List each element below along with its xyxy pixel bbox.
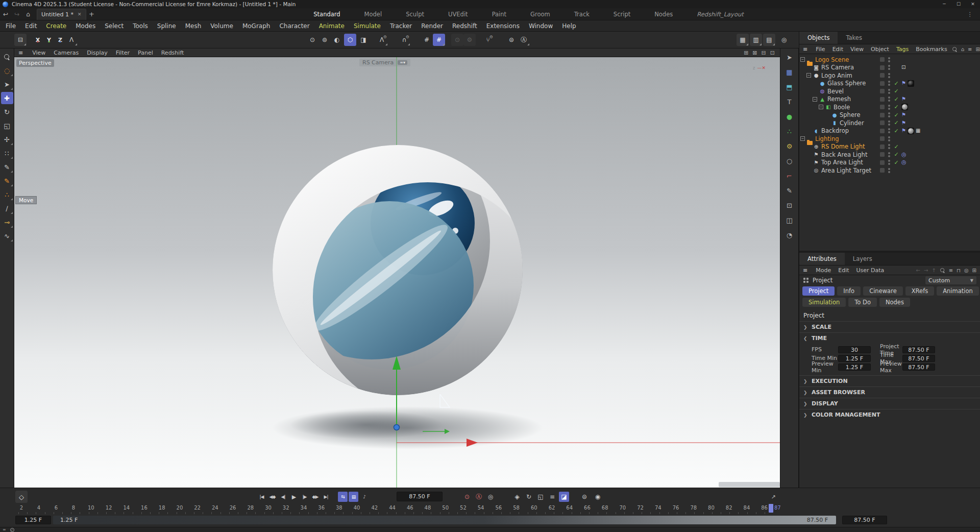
undo-icon[interactable]: ↩ bbox=[0, 9, 11, 19]
tree-row[interactable]: ◖ Backdrop ✓ ⚑ ◎ ⊡ ▦ bbox=[799, 127, 980, 135]
tree-row[interactable]: ◙ RS Camera ✓ ⚑ ◎ ⊡ ▦ bbox=[799, 64, 980, 72]
timeline-expand-icon[interactable]: ↗ bbox=[768, 492, 778, 502]
multi-move-icon[interactable]: ∷ bbox=[1, 147, 13, 159]
spline-primitive-icon[interactable]: ✎ bbox=[1, 175, 13, 187]
tag-list[interactable]: ⚑ ◎ ⊡ ▦ bbox=[901, 64, 905, 71]
enabled-check-icon[interactable]: ✓ bbox=[892, 159, 900, 166]
material-icon[interactable]: ◔ bbox=[783, 229, 796, 240]
section-time[interactable]: ❮ TIME bbox=[799, 332, 980, 344]
visibility-dots[interactable] bbox=[888, 160, 890, 165]
redshift-icon[interactable]: ◎ bbox=[778, 34, 790, 46]
layer-chip[interactable] bbox=[880, 89, 885, 93]
tree-row[interactable]: ⊕ RS Dome Light ✓ ⚑ ◎ ⊡ ▦ bbox=[799, 143, 980, 151]
text-tool-icon[interactable]: T bbox=[783, 96, 796, 107]
om-home-icon[interactable]: ⌂ bbox=[961, 46, 964, 52]
tree-row[interactable]: ● Logo Anim ✓ ⚑ ◎ ⊡ ▦ bbox=[799, 71, 980, 80]
vp-menu-filter[interactable]: Filter bbox=[112, 50, 134, 56]
render-settings-button[interactable]: ◐ bbox=[331, 34, 343, 46]
vp-menu-display[interactable]: Display bbox=[83, 50, 112, 56]
tag-list[interactable]: ⚑ ◎ ⊡ ▦ bbox=[901, 95, 906, 103]
sphere-green-icon[interactable]: ● bbox=[783, 111, 796, 122]
tag-list[interactable]: ⚑ ◎ ⊡ ▦ bbox=[901, 127, 920, 134]
range-slider[interactable]: 1.25 F 87.50 F bbox=[53, 516, 836, 524]
enabled-check-icon[interactable]: ✓ bbox=[892, 104, 900, 110]
view-label[interactable]: Perspective bbox=[16, 59, 54, 67]
input-time-max[interactable]: 87.50 F bbox=[902, 355, 935, 362]
collapsed-section[interactable]: ❯ COLOR MANAGEMENT bbox=[799, 409, 980, 420]
layer-chip[interactable] bbox=[880, 65, 885, 70]
visibility-dots[interactable] bbox=[888, 144, 890, 149]
render-clip-icon[interactable]: ▥ bbox=[750, 34, 762, 46]
attr-tab-animation[interactable]: Animation bbox=[937, 286, 979, 296]
make-editable-button[interactable]: ⬡ bbox=[344, 34, 356, 46]
next-key-button[interactable]: ◆▶ bbox=[310, 492, 320, 502]
expand-toggle-icon[interactable] bbox=[799, 57, 806, 62]
viewport-burger-icon[interactable]: ≡ bbox=[14, 50, 27, 56]
om-newwindow-icon[interactable]: ⊞ bbox=[975, 46, 979, 52]
layer-chip[interactable] bbox=[880, 73, 885, 78]
om-burger-icon[interactable]: ≡ bbox=[799, 46, 811, 53]
expand-toggle-icon[interactable] bbox=[818, 105, 824, 109]
material-tag-icon[interactable] bbox=[908, 80, 914, 87]
object-name[interactable]: Bevel bbox=[826, 88, 844, 95]
attr-menu-edit[interactable]: Edit bbox=[835, 267, 852, 274]
auto-tangent-icon[interactable]: Ⓐ bbox=[518, 34, 530, 46]
menu-tools[interactable]: Tools bbox=[128, 20, 153, 32]
keyframe-flag-tag-icon[interactable]: ⚑ bbox=[901, 80, 906, 87]
attr-burger-icon[interactable]: ≡ bbox=[799, 267, 811, 274]
snap-magnet-button[interactable]: ∩⚙ bbox=[398, 34, 410, 46]
symmetry-button[interactable]: ⑂⚙ bbox=[482, 34, 494, 46]
menu-file[interactable]: File bbox=[1, 20, 20, 32]
tree-row[interactable]: ⚑ Back Area Light ✓ ⚑ ◎ ⊡ ▦ bbox=[799, 151, 980, 159]
live-selection-icon[interactable]: ◌ bbox=[1, 64, 13, 77]
om-menu-tags[interactable]: Tags bbox=[893, 46, 912, 53]
new-tab-button[interactable]: + bbox=[86, 10, 97, 18]
maximize-button[interactable]: ☐ bbox=[951, 0, 966, 8]
tag-list[interactable]: ⚑ ◎ ⊡ ▦ bbox=[901, 151, 906, 158]
autokey-button[interactable]: Ⓐ bbox=[474, 492, 484, 502]
object-name[interactable]: Boole bbox=[832, 104, 850, 111]
tree-row[interactable]: Logo Scene ✓ ⚑ ◎ ⊡ ▦ bbox=[799, 56, 980, 64]
keyframe-flag-tag-icon[interactable]: ⚑ bbox=[901, 119, 906, 127]
coordinate-system-icon[interactable]: Λ bbox=[65, 34, 78, 46]
attr-tab-cineware[interactable]: Cineware bbox=[863, 286, 903, 296]
object-name[interactable]: Logo Anim bbox=[820, 72, 852, 79]
scale-tool-icon[interactable]: ◱ bbox=[1, 119, 13, 132]
tab-objects[interactable]: Objects bbox=[799, 32, 838, 44]
visibility-dots[interactable] bbox=[888, 120, 890, 126]
layer-chip[interactable] bbox=[880, 105, 885, 109]
input-preview-min[interactable]: 1.25 F bbox=[838, 364, 871, 371]
move-tool-icon[interactable]: ✚ bbox=[1, 92, 13, 104]
vp-menu-panel[interactable]: Panel bbox=[134, 50, 157, 56]
tree-row[interactable]: ◧ Boole ✓ ⚑ ◎ ⊡ ▦ bbox=[799, 103, 980, 111]
object-name[interactable]: Lighting bbox=[814, 135, 839, 142]
home-icon[interactable]: ⌂ bbox=[22, 9, 34, 19]
enabled-check-icon[interactable]: ✓ bbox=[892, 143, 900, 150]
object-name[interactable]: RS Dome Light bbox=[820, 143, 865, 150]
menu-redshift[interactable]: Redshift bbox=[448, 20, 482, 32]
layer-chip[interactable] bbox=[880, 120, 885, 125]
object-name[interactable]: Sphere bbox=[839, 111, 861, 118]
attr-tab-xrefs[interactable]: XRefs bbox=[905, 286, 934, 296]
transfer-tool-icon[interactable]: ✢ bbox=[1, 133, 13, 146]
visibility-dots[interactable] bbox=[888, 81, 890, 86]
section-scale[interactable]: ❯ SCALE bbox=[799, 321, 980, 332]
layout-button[interactable]: Script bbox=[614, 11, 630, 18]
spline-points-icon[interactable]: ∴ bbox=[1, 188, 13, 201]
attr-tab-nodes[interactable]: Nodes bbox=[879, 298, 910, 307]
layer-chip[interactable] bbox=[880, 152, 885, 157]
vp-menu-redshift[interactable]: Redshift bbox=[157, 50, 188, 56]
knife-tool-icon[interactable]: ∕ bbox=[1, 202, 13, 214]
expand-toggle-icon[interactable] bbox=[812, 97, 818, 102]
layer-chip[interactable] bbox=[880, 81, 885, 86]
enabled-check-icon[interactable]: ✓ bbox=[892, 88, 900, 94]
keyframe-flag-tag-icon[interactable]: ⚑ bbox=[901, 95, 906, 103]
compositing-tag-icon[interactable]: ▦ bbox=[916, 127, 920, 134]
om-menu-edit[interactable]: Edit bbox=[829, 46, 847, 53]
plane-icon[interactable]: ▦ bbox=[783, 66, 796, 78]
record-pla-icon[interactable]: ◪ bbox=[559, 492, 569, 502]
render-all-icon[interactable]: ▤ bbox=[763, 34, 775, 46]
viewport-maximize-icon[interactable]: ⊡ bbox=[770, 50, 775, 56]
tag-list[interactable]: ⚑ ◎ ⊡ ▦ bbox=[901, 119, 906, 127]
tweak-tool-icon[interactable]: ➤ bbox=[1, 78, 13, 90]
